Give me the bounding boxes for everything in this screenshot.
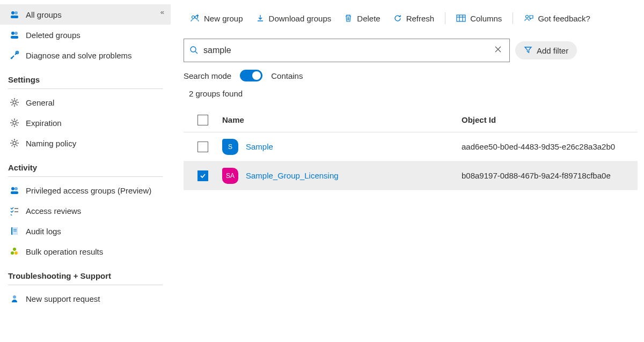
section-header-troubleshoot: Troubleshooting + Support (0, 262, 171, 284)
search-row: Add filter (184, 39, 638, 62)
sidebar-item-naming-policy[interactable]: Naming policy (0, 133, 171, 153)
svg-rect-5 (11, 36, 18, 39)
svg-point-24 (192, 16, 195, 19)
svg-point-10 (13, 142, 16, 145)
refresh-icon (393, 14, 402, 23)
sidebar-item-deleted-groups[interactable]: Deleted groups (0, 25, 171, 45)
tools-icon (10, 50, 19, 60)
sidebar-item-privileged-access[interactable]: Privileged access groups (Preview) (0, 180, 171, 200)
select-all-checkbox[interactable] (197, 115, 208, 125)
sidebar-item-label: Privileged access groups (Preview) (26, 186, 151, 195)
search-icon (189, 46, 198, 56)
search-mode-toggle[interactable] (240, 70, 262, 81)
groups-icon (10, 185, 19, 195)
search-box[interactable] (184, 39, 510, 62)
divider (8, 88, 163, 89)
toolbar-separator (513, 12, 513, 24)
sidebar-item-audit-logs[interactable]: Audit logs (0, 221, 171, 241)
refresh-button[interactable]: Refresh (387, 10, 441, 27)
sidebar-item-general[interactable]: General (0, 92, 171, 113)
group-avatar: SA (222, 168, 238, 184)
table-row[interactable]: SA Sample_Group_Licensing b08a9197-0d88-… (184, 161, 638, 190)
groups-table: Name Object Id S Sample aad6ee50-b0ed-44… (184, 108, 638, 190)
svg-point-0 (11, 11, 14, 14)
group-name-link[interactable]: Sample (246, 142, 273, 151)
svg-point-12 (14, 187, 18, 190)
section-header-settings: Settings (0, 65, 171, 87)
groups-icon (10, 10, 19, 19)
main-content: New group Download groups Delete Refresh (171, 0, 644, 342)
molecules-icon (10, 247, 19, 256)
svg-line-32 (195, 51, 197, 54)
svg-point-9 (13, 121, 16, 124)
object-id-cell: b08a9197-0d88-467b-9a24-f89718cfba0e (462, 171, 638, 180)
svg-point-31 (191, 47, 196, 52)
svg-rect-2 (11, 16, 18, 18)
divider (8, 176, 163, 177)
svg-rect-26 (457, 15, 465, 21)
sidebar-item-access-reviews[interactable]: Access reviews (0, 200, 171, 221)
table-header: Name Object Id (184, 108, 638, 132)
toolbar-label: Refresh (406, 14, 435, 23)
filter-label: Add filter (537, 46, 568, 55)
columns-icon (456, 14, 466, 23)
sidebar-item-all-groups[interactable]: All groups (0, 4, 171, 25)
svg-rect-13 (11, 191, 18, 194)
feedback-icon (524, 14, 533, 23)
result-count: 2 groups found (189, 89, 638, 98)
group-name-link[interactable]: Sample_Group_Licensing (246, 171, 339, 180)
download-icon (256, 14, 265, 23)
gear-icon (10, 98, 19, 107)
divider (8, 285, 163, 285)
svg-point-23 (13, 295, 16, 299)
gear-icon (10, 118, 19, 128)
sidebar-item-label: New support request (26, 294, 100, 303)
download-groups-button[interactable]: Download groups (250, 10, 338, 27)
svg-point-20 (11, 251, 14, 255)
columns-button[interactable]: Columns (450, 10, 508, 27)
svg-point-22 (13, 248, 16, 251)
row-checkbox[interactable] (197, 170, 208, 181)
svg-point-3 (11, 32, 14, 35)
section-header-activity: Activity (0, 153, 171, 175)
sidebar-item-bulk-results[interactable]: Bulk operation results (0, 241, 171, 262)
toolbar-label: New group (204, 14, 243, 23)
sidebar-item-label: Naming policy (26, 139, 76, 148)
column-header-name[interactable]: Name (222, 115, 462, 124)
sidebar-item-label: Expiration (26, 118, 62, 128)
svg-point-8 (13, 101, 16, 104)
search-input[interactable] (203, 46, 487, 55)
clear-search-icon[interactable] (492, 43, 504, 57)
new-group-button[interactable]: New group (184, 10, 250, 27)
search-mode-row: Search mode Contains (184, 70, 638, 81)
row-checkbox[interactable] (197, 142, 208, 152)
object-id-cell: aad6ee50-b0ed-4483-9d35-e26c28a3a2b0 (462, 142, 638, 151)
sidebar-item-support-request[interactable]: New support request (0, 288, 171, 309)
search-mode-label: Search mode (184, 71, 231, 80)
group-avatar: S (222, 139, 238, 155)
toolbar-separator (445, 12, 445, 24)
sidebar-item-label: All groups (26, 10, 62, 19)
add-filter-button[interactable]: Add filter (515, 41, 577, 60)
feedback-button[interactable]: Got feedback? (517, 10, 597, 27)
column-header-object-id[interactable]: Object Id (462, 115, 638, 124)
gear-icon (10, 138, 19, 148)
new-group-icon (190, 13, 200, 23)
sidebar-item-diagnose[interactable]: Diagnose and solve problems (0, 45, 171, 65)
delete-button[interactable]: Delete (338, 10, 386, 27)
toolbar-label: Columns (470, 14, 502, 23)
book-icon (10, 226, 19, 236)
toolbar: New group Download groups Delete Refresh (184, 8, 638, 29)
toolbar-label: Download groups (269, 14, 332, 23)
sidebar-item-label: Deleted groups (26, 31, 80, 40)
support-icon (10, 294, 19, 303)
svg-point-1 (14, 11, 18, 14)
sidebar-item-label: Diagnose and solve problems (26, 51, 132, 60)
toolbar-label: Got feedback? (538, 14, 590, 23)
sidebar-item-expiration[interactable]: Expiration (0, 113, 171, 133)
sidebar-item-label: Bulk operation results (26, 247, 103, 256)
table-row[interactable]: S Sample aad6ee50-b0ed-4483-9d35-e26c28a… (184, 132, 638, 161)
collapse-sidebar-icon[interactable]: « (160, 8, 164, 16)
search-mode-value: Contains (271, 71, 303, 80)
svg-point-4 (14, 32, 18, 35)
